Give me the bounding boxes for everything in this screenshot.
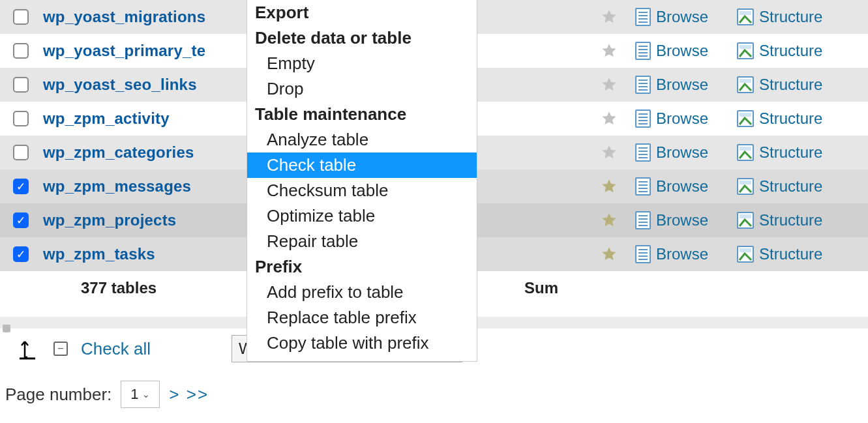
arrow-up-icon [20, 338, 40, 360]
context-menu-item[interactable]: Drop [247, 76, 477, 102]
pagination: Page number: 1 ⌄ > >> [0, 362, 868, 408]
favorite-star[interactable] [597, 246, 621, 263]
page-number-label: Page number: [5, 385, 112, 405]
context-menu: ExportDelete data or tableEmptyDropTable… [247, 0, 477, 362]
context-menu-item[interactable]: Replace table prefix [247, 305, 477, 330]
page-number-select[interactable]: 1 ⌄ [121, 381, 160, 408]
context-menu-item[interactable]: Empty [247, 51, 477, 76]
context-menu-header: Delete data or table [247, 25, 477, 51]
uncheck-all-icon[interactable]: − [53, 342, 68, 356]
browse-action[interactable]: Browse [635, 109, 733, 128]
pagination-next[interactable]: > >> [169, 385, 209, 405]
structure-action[interactable]: Structure [737, 76, 867, 94]
table-name-link[interactable]: wp_zpm_messages [43, 177, 232, 196]
context-menu-item[interactable]: Repair table [247, 229, 477, 254]
table-name-link[interactable]: wp_yoast_primary_te [43, 42, 232, 60]
summary-sum: Sum [524, 279, 558, 297]
structure-action[interactable]: Structure [737, 245, 867, 263]
table-name-link[interactable]: wp_zpm_projects [43, 211, 232, 229]
favorite-star[interactable] [597, 8, 621, 25]
structure-action[interactable]: Structure [737, 211, 867, 229]
structure-action[interactable]: Structure [737, 42, 867, 60]
row-checkbox[interactable]: ✓ [13, 179, 29, 194]
chevron-down-icon: ⌄ [142, 389, 150, 400]
context-menu-item[interactable]: Checksum table [247, 178, 477, 203]
browse-action[interactable]: Browse [635, 211, 733, 229]
browse-action[interactable]: Browse [635, 76, 733, 94]
context-menu-header: Prefix [247, 254, 477, 280]
context-menu-item[interactable]: Copy table with prefix [247, 330, 477, 356]
browse-action[interactable]: Browse [635, 245, 733, 263]
table-name-link[interactable]: wp_zpm_activity [43, 109, 232, 128]
row-checkbox[interactable] [13, 111, 29, 126]
context-menu-item[interactable]: Check table [247, 153, 477, 178]
table-name-link[interactable]: wp_zpm_tasks [43, 245, 232, 263]
browse-action[interactable]: Browse [635, 177, 733, 196]
table-name-link[interactable]: wp_zpm_categories [43, 143, 232, 162]
favorite-star[interactable] [597, 212, 621, 229]
row-checkbox[interactable] [13, 43, 29, 59]
browse-action[interactable]: Browse [635, 42, 733, 60]
context-menu-header: Table maintenance [247, 102, 477, 127]
context-menu-header[interactable]: Export [247, 0, 477, 25]
summary-count: 377 tables [81, 279, 157, 297]
favorite-star[interactable] [597, 42, 621, 59]
favorite-star[interactable] [597, 76, 621, 93]
context-menu-item[interactable]: Optimize table [247, 203, 477, 229]
check-all-link[interactable]: Check all [81, 339, 151, 359]
table-name-link[interactable]: wp_yoast_seo_links [43, 76, 232, 94]
structure-action[interactable]: Structure [737, 177, 867, 196]
row-checkbox[interactable] [13, 145, 29, 160]
row-checkbox[interactable]: ✓ [13, 212, 29, 228]
row-checkbox[interactable]: ✓ [13, 246, 29, 262]
structure-action[interactable]: Structure [737, 143, 867, 162]
favorite-star[interactable] [597, 144, 621, 161]
favorite-star[interactable] [597, 178, 621, 195]
context-menu-item[interactable]: Add prefix to table [247, 280, 477, 305]
context-menu-item[interactable]: Analyze table [247, 127, 477, 153]
table-name-link[interactable]: wp_yoast_migrations [43, 8, 232, 26]
row-checkbox[interactable] [13, 9, 29, 25]
structure-action[interactable]: Structure [737, 109, 867, 128]
browse-action[interactable]: Browse [635, 143, 733, 162]
page-number-value: 1 [130, 386, 138, 403]
browse-action[interactable]: Browse [635, 8, 733, 26]
favorite-star[interactable] [597, 110, 621, 127]
row-checkbox[interactable] [13, 77, 29, 93]
structure-action[interactable]: Structure [737, 8, 867, 26]
